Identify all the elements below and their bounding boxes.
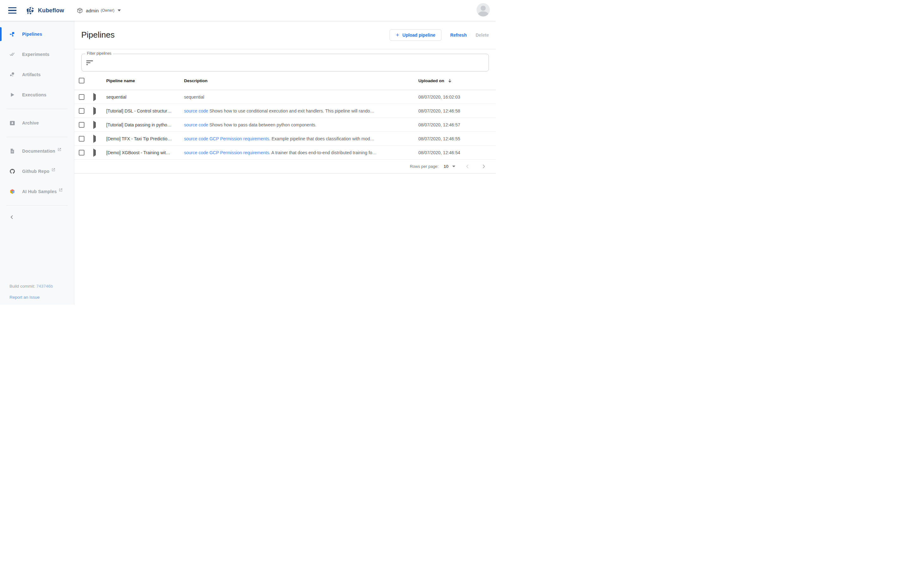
namespace-role: (Owner) — [101, 8, 114, 13]
build-commit-link[interactable]: 743746b — [36, 284, 53, 288]
expand-row-icon[interactable] — [93, 93, 96, 101]
archive-icon — [9, 120, 15, 126]
namespace-name: admin — [86, 8, 99, 13]
uploaded-on-cell: 08/07/2020, 12:46:55 — [418, 136, 496, 141]
previous-page-button[interactable] — [465, 164, 470, 169]
sidebar-item-pipelines[interactable]: Pipelines — [0, 24, 74, 44]
row-checkbox[interactable] — [79, 94, 84, 100]
table-row[interactable]: sequentialsequential08/07/2020, 16:02:03 — [74, 90, 496, 104]
uploaded-on-cell: 08/07/2020, 12:46:54 — [418, 150, 496, 155]
top-app-bar: Kubeflow admin (Owner) — [0, 0, 496, 21]
sidebar: PipelinesExperimentsArtifactsExecutionsA… — [0, 21, 74, 304]
description-text: . Example pipeline that does classificat… — [269, 136, 374, 141]
pipeline-name-cell[interactable]: [Tutorial] DSL - Control structur… — [102, 108, 184, 114]
expand-row-icon[interactable] — [93, 148, 96, 157]
description-link[interactable]: source code — [184, 122, 208, 128]
sidebar-item-executions[interactable]: Executions — [0, 85, 74, 105]
artifacts-icon — [9, 72, 15, 77]
pipeline-name-cell[interactable]: [Tutorial] Data passing in pytho… — [102, 122, 184, 128]
document-icon — [9, 148, 15, 154]
sidebar-divider — [6, 109, 68, 109]
brand-title: Kubeflow — [38, 7, 64, 14]
description-link[interactable]: source code — [184, 150, 208, 155]
uploaded-on-cell: 08/07/2020, 16:02:03 — [418, 94, 496, 99]
column-header-pipeline-name[interactable]: Pipeline name — [102, 78, 184, 83]
build-commit-line: Build commit: 743746b — [9, 284, 53, 288]
description-link[interactable]: GCP Permission requirements — [209, 150, 269, 155]
description-text: Shows how to use conditional execution a… — [208, 108, 374, 114]
expand-row-icon[interactable] — [93, 135, 96, 143]
upload-pipeline-button[interactable]: + Upload pipeline — [389, 29, 441, 41]
sidebar-item-label: Documentation — [22, 148, 56, 154]
row-checkbox[interactable] — [79, 136, 84, 142]
column-header-description[interactable]: Description — [184, 78, 418, 83]
kubeflow-brand[interactable]: Kubeflow — [26, 6, 64, 15]
hamburger-menu-icon[interactable] — [8, 7, 17, 14]
pipeline-name-cell[interactable]: [Demo] TFX - Taxi Tip Predictio… — [102, 136, 184, 141]
description-cell: sequential — [184, 94, 418, 99]
description-cell: source code GCP Permission requirements.… — [184, 150, 418, 155]
table-row[interactable]: [Tutorial] Data passing in pytho…source … — [74, 118, 496, 132]
report-issue-link[interactable]: Report an Issue — [9, 295, 53, 300]
external-link-icon — [59, 188, 63, 193]
row-checkbox[interactable] — [79, 122, 84, 128]
uploaded-on-cell: 08/07/2020, 12:46:58 — [418, 108, 496, 114]
row-checkbox[interactable] — [79, 108, 84, 114]
description-cell: source code Shows how to use conditional… — [184, 108, 418, 114]
sidebar-item-artifacts[interactable]: Artifacts — [0, 64, 74, 85]
pipeline-name-cell[interactable]: sequential — [102, 94, 184, 99]
rows-per-page-label: Rows per page: — [410, 164, 439, 169]
kubeflow-logo-icon — [26, 6, 35, 15]
filter-label: Filter pipelines — [86, 51, 113, 56]
plus-icon: + — [395, 33, 399, 37]
next-page-button[interactable] — [481, 164, 486, 169]
description-cell: source code GCP Permission requirements.… — [184, 136, 418, 141]
pagination-bar: Rows per page: 10 — [74, 160, 496, 174]
description-text: sequential — [184, 94, 204, 99]
user-avatar[interactable] — [476, 3, 490, 16]
sidebar-item-github-repo[interactable]: Github Repo — [0, 161, 74, 182]
rows-per-page-value: 10 — [444, 164, 448, 169]
sidebar-item-documentation[interactable]: Documentation — [0, 141, 74, 161]
sort-descending-icon — [448, 78, 452, 83]
pipeline-name-cell[interactable]: [Demo] XGBoost - Training wit… — [102, 150, 184, 155]
sidebar-item-label: Executions — [22, 92, 47, 98]
description-text: Shows how to pass data between python co… — [208, 122, 316, 128]
expand-row-icon[interactable] — [93, 107, 96, 115]
description-link[interactable]: source code — [184, 108, 208, 114]
sidebar-collapse-button[interactable] — [0, 210, 74, 225]
row-checkbox[interactable] — [79, 150, 84, 156]
rows-per-page-dropdown-icon[interactable] — [452, 166, 455, 167]
uploaded-on-cell: 08/07/2020, 12:46:57 — [418, 122, 496, 128]
select-all-checkbox[interactable] — [79, 78, 84, 84]
delete-button[interactable]: Delete — [476, 33, 489, 38]
filter-pipelines-input[interactable]: Filter pipelines — [81, 54, 489, 71]
description-cell: source code Shows how to pass data betwe… — [184, 122, 418, 128]
table-row[interactable]: [Tutorial] DSL - Control structur…source… — [74, 104, 496, 118]
external-link-icon — [57, 147, 62, 153]
pipelines-icon — [9, 31, 15, 37]
table-row[interactable]: [Demo] XGBoost - Training wit…source cod… — [74, 146, 496, 160]
expand-row-icon[interactable] — [93, 121, 96, 129]
sidebar-item-label: Pipelines — [22, 32, 42, 37]
build-commit-label: Build commit: — [9, 284, 35, 288]
description-text: . A trainer that does end-to-end distrib… — [269, 150, 377, 155]
sidebar-item-ai-hub-samples[interactable]: AI Hub Samples — [0, 182, 74, 202]
sidebar-divider — [6, 206, 68, 206]
sidebar-item-experiments[interactable]: Experiments — [0, 44, 74, 64]
sidebar-item-label: Archive — [22, 120, 39, 126]
sidebar-item-archive[interactable]: Archive — [0, 113, 74, 133]
table-row[interactable]: [Demo] TFX - Taxi Tip Predictio…source c… — [74, 132, 496, 146]
sidebar-item-label: Experiments — [22, 52, 49, 57]
chevron-left-icon — [9, 214, 15, 220]
description-link[interactable]: GCP Permission requirements — [209, 136, 269, 141]
table-header-row: Pipeline name Description Uploaded on — [74, 71, 496, 90]
namespace-selector[interactable]: admin (Owner) — [77, 7, 121, 14]
refresh-button[interactable]: Refresh — [450, 33, 467, 38]
main-content: Pipelines + Upload pipeline Refresh Dele… — [74, 21, 496, 304]
external-link-icon — [51, 167, 56, 173]
github-icon — [9, 168, 15, 174]
column-header-uploaded-on[interactable]: Uploaded on — [418, 78, 496, 83]
filter-icon — [86, 60, 93, 66]
description-link[interactable]: source code — [184, 136, 208, 141]
